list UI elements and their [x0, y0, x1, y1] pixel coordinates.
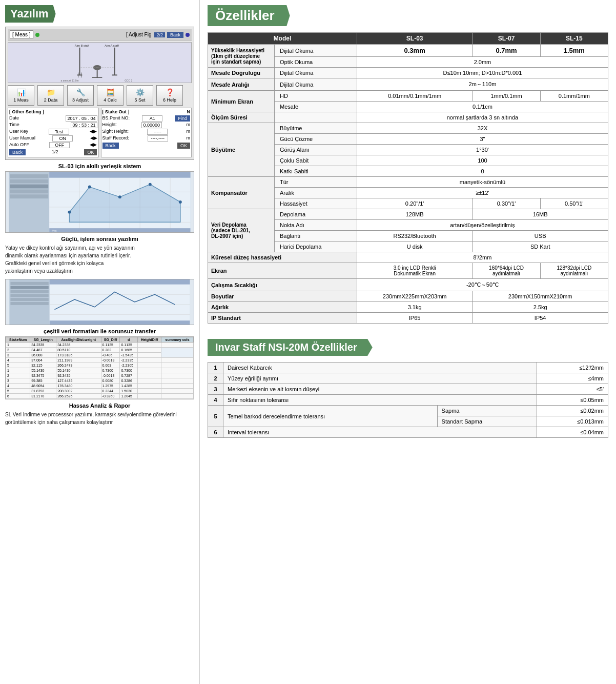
table-row: Çalışma Sıcaklığı -20℃～50℃: [208, 279, 608, 291]
min-ekran-sl07-hd: 1mm/0.1mm: [473, 91, 540, 102]
left-panel: Yazılım [ Meas ] [ Adjust Fig 2/2 Back: [0, 0, 200, 684]
back-btn-2[interactable]: Back: [102, 143, 119, 149]
nokta-adi-val: artan/düşen/özelleştirilmiş: [357, 220, 608, 231]
kompansator-label: Kompansatör: [208, 177, 275, 209]
ok-btn-1[interactable]: OK: [84, 149, 97, 155]
gucu-cozme-label: Gücü Çözme: [275, 134, 357, 145]
btn-6help[interactable]: ❓ 6 Help: [156, 85, 183, 106]
gorus-alani-label: Görüş Alanı: [275, 145, 357, 155]
btn-1meas-label: 1 Meas: [13, 97, 29, 103]
svg-point-32: [68, 211, 71, 214]
optik-val: 2.0mm: [357, 57, 608, 68]
agirlik-label: Ağırlık: [208, 302, 357, 313]
back-btn-1[interactable]: Back: [9, 149, 26, 155]
stake-out-header: [ Stake Out ] N: [102, 109, 191, 114]
back-button[interactable]: Back: [167, 32, 183, 38]
btn-2data[interactable]: 📁 2 Data: [37, 85, 64, 106]
sight-val: -----: [147, 129, 168, 135]
table-row: 4 Sıfır noktasının toleransı ≤0.05mm: [208, 395, 608, 406]
btn-3adjust-label: 3 Adjust: [72, 97, 89, 103]
agirlik-sl0715: 2.5kg: [473, 302, 608, 313]
harici-sl03: U disk: [357, 242, 472, 252]
boyutlar-sl0715: 230mmX150mmX210mm: [473, 291, 608, 302]
kuresel-label: Küresel düzeç hassasiyeti: [208, 252, 357, 263]
boyutlar-label: Boyutlar: [208, 291, 357, 302]
meas-label: [ Meas ]: [10, 30, 33, 39]
tur-val: manyetik-sönümlü: [357, 177, 608, 188]
depolama-sl0715: 16MB: [473, 209, 608, 220]
stake-out-label: [ Stake Out ]: [102, 109, 130, 114]
mesafe-aralik-sub: Dijital Okuma: [275, 78, 357, 91]
bottom-row-2: Back OK: [102, 143, 191, 149]
btn-3adjust[interactable]: 🔧 3 Adjust: [67, 85, 94, 106]
height-label: Height:: [102, 122, 117, 128]
kuresel-val: 8'/2mm: [357, 252, 608, 263]
invar-sub-5b: Standart Sapma: [437, 416, 537, 427]
invar-val-3: ≤5': [537, 384, 608, 395]
table-row: 5 Temel barkod derecelendirme toleransı …: [208, 406, 608, 416]
data-table-screen: StakeNumSG_LengthAccSightDist.weightSG_D…: [5, 336, 194, 399]
svg-rect-42: [10, 286, 48, 289]
staff-record-row: Staff Record: ----.---- m: [102, 135, 191, 142]
find-btn[interactable]: Find: [175, 115, 190, 122]
boyutlar-sl03: 230mmX225mmX203mm: [357, 291, 472, 302]
spec-table: Model SL-03 SL-07 SL-15 Yükseklik Hassas…: [208, 32, 608, 324]
invar-label-6: Interval toleransı: [223, 427, 537, 438]
screen-image-2: [5, 279, 194, 325]
btn-4calc[interactable]: 🧮 4 Calc: [97, 85, 124, 106]
svg-rect-52: [50, 320, 190, 325]
final-text: SL Veri Indirme ve processsor yazılımı, …: [5, 411, 194, 426]
staff-unit: m: [187, 135, 191, 142]
ok-btn-2[interactable]: OK: [177, 143, 190, 149]
gorus-alani-val: 1°30': [357, 145, 608, 155]
caption-4: Hassas Analiz & Rapor: [5, 403, 194, 409]
table-row: Ağırlık 3.1kg 2.5kg: [208, 302, 608, 313]
sl07-header: SL-07: [473, 33, 540, 45]
invar-val-5a: ≤0.02mm: [537, 406, 608, 416]
btn-1meas[interactable]: 📊 1 Meas: [8, 85, 34, 106]
mesafe-dogru-sub: Dijital Okuma: [275, 68, 357, 78]
svg-point-35: [149, 183, 152, 186]
screen-image-1: 준비: [5, 171, 194, 233]
hassasiyet-label: Hassasiyet: [275, 198, 357, 209]
svg-text:a amount 11.0m: a amount 11.0m: [60, 79, 78, 82]
auto-off-row: Auto OFF OFF ◀▶: [9, 142, 97, 148]
svg-text:Aim A staff: Aim A staff: [105, 44, 119, 47]
mesafe-aralik-label: Mesafe Aralığı: [208, 78, 275, 91]
user-key-row: User Key Test ◀▶: [9, 129, 97, 135]
katki-sabiti-label: Katkı Sabiti: [275, 166, 357, 177]
height-val: 0.00000: [141, 122, 162, 128]
svg-rect-37: [49, 228, 190, 232]
user-key-label: User Key: [9, 129, 28, 135]
other-setting-panel: [ Other Setting ] Date 2017 . 05 . 04 Ti…: [8, 108, 99, 157]
invar-sub-5a: Sapma: [437, 406, 537, 416]
btn-5set[interactable]: ⚙️ 5 Set: [127, 85, 153, 106]
harici-label: Harici Depolama: [275, 242, 357, 252]
baglanti-label: Bağlantı: [275, 231, 357, 242]
optik-okuma-label: Optik Okuma: [275, 57, 357, 68]
table-row: 2 Yüzey eğriliği ayrımı ≤4mm: [208, 373, 608, 384]
invar-label-5: Temel barkod derecelendirme toleransı: [223, 406, 438, 427]
table-row: Ölçüm Süresi normal şartlarda 3 sn altın…: [208, 112, 608, 123]
svg-rect-20: [10, 189, 48, 193]
invar-val-4: ≤0.05mm: [537, 395, 608, 406]
svg-text:GCC 2: GCC 2: [125, 79, 132, 82]
btn-2data-label: 2 Data: [44, 97, 58, 103]
calisma-val: -20℃～50℃: [357, 279, 608, 291]
sight-height-row: Sight Height: ----- m: [102, 129, 191, 135]
blue-dot-1: [186, 33, 190, 37]
staff-record-label: Staff Record:: [102, 135, 129, 142]
sl15-header: SL-15: [540, 33, 608, 45]
invar-label-3: Merkezi eksenin ve alt kısmın düşeyi: [223, 384, 537, 395]
svg-point-36: [179, 200, 182, 204]
invar-label-2: Yüzey eğriliği ayrımı: [223, 373, 537, 384]
svg-rect-47: [50, 279, 190, 285]
ip-sl0715: IP54: [473, 313, 608, 324]
hassasiyet-sl03: 0.20"/1': [357, 198, 472, 209]
yazilim-title: Yazılım: [5, 5, 56, 23]
nokta-adi-label: Nokta Adı: [275, 220, 357, 231]
min-ekran-sl15-hd: 0.1mm/1mm: [540, 91, 608, 102]
arrow-icon-1: ◀▶: [90, 129, 97, 135]
invar-num-6: 6: [208, 427, 223, 438]
mesafe-aralik-val: 2m～110m: [357, 78, 608, 91]
